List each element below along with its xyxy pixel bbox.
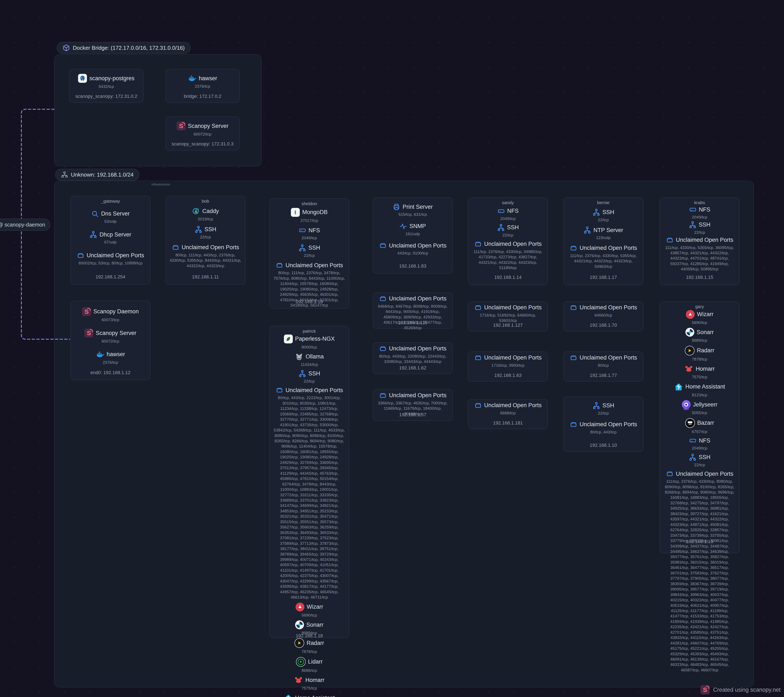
host-ip: 192.168.1.70: [564, 322, 643, 328]
service-unclaimed-open-ports: Unclaimed Open Ports 111/tcp, 2376/tcp, …: [471, 240, 545, 271]
service-radarr: Radarr 7878/tcp: [685, 346, 715, 362]
service-unclaimed-open-ports: Unclaimed Open Ports 64660/tcp: [570, 304, 637, 318]
ethernet-icon: [474, 401, 482, 409]
host-card-sheldon[interactable]: sheldon MongoDB 27017/tcp NFS 2049/tcp S…: [269, 198, 349, 309]
service-list: Unclaimed Open Ports 1716/tcp, 51692/tcp…: [468, 302, 547, 323]
service-list: Unclaimed Open Ports 80/tcp, 443/tcp, 22…: [373, 343, 452, 364]
host-card-krabs[interactable]: krabs NFS 2049/tcp SSH 22/tcp Unclaimed …: [660, 197, 740, 285]
service-name: Unclaimed Open Ports: [484, 241, 542, 247]
service-nfs: NFS 2049/tcp: [497, 207, 519, 221]
network-pill-docker-bridge[interactable]: Docker Bridge: (172.17.0.0/16, 172.31.0.…: [57, 42, 191, 54]
service-name: Bazarr: [697, 420, 714, 426]
service-ports: 2049/tcp: [692, 215, 707, 220]
host-card-192-168-1-115[interactable]: Unclaimed Open Ports 6466/tcp, 6467/tcp,…: [373, 292, 453, 329]
service-ports: 60072/tcp: [102, 339, 119, 344]
host-ip: 192.168.1.127: [468, 322, 547, 328]
bazarr-icon: [685, 418, 695, 428]
host-title: _gateway: [101, 199, 120, 203]
service-unclaimed-open-ports: Unclaimed Open Ports 1716/tcp, 51692/tcp…: [471, 304, 545, 323]
sitemap-icon: [89, 231, 97, 238]
host-ip: 192.168.1.17: [564, 274, 643, 280]
service-name: NFS: [309, 227, 320, 234]
ethernet-icon: [666, 236, 674, 244]
service-name: Scanopy Server: [188, 123, 229, 129]
cube-icon: [63, 44, 70, 51]
footer-credit[interactable]: S Created using scanopy.net: [700, 685, 781, 694]
sitemap-icon: [593, 402, 600, 410]
service-ports: 5055/tcp: [692, 410, 707, 415]
service-wizarr: Wizarr 5690/tcp: [686, 310, 713, 325]
host-card-192-168-1-63[interactable]: Unclaimed Open Ports 1716/tcp, 9993/tcp …: [468, 352, 548, 382]
service-unclaimed-open-ports: Unclaimed Open Ports 443/tcp, 9100/tcp: [379, 242, 446, 256]
host-ip: scanopy_scanopy: 172.31.0.2: [69, 94, 143, 99]
host-card-sandy[interactable]: sandy NFS 2049/tcp SSH 22/tcp Unclaimed …: [468, 197, 548, 285]
service-ports: 22/tcp: [304, 378, 315, 384]
service-ports: 60072/tcp: [194, 132, 211, 137]
host-title: bernie: [597, 200, 609, 205]
service-ollama: Ollama 11434/tcp: [295, 352, 324, 367]
service-mongodb: MongoDB 27017/tcp: [291, 208, 328, 223]
sitemap-icon: [298, 244, 306, 252]
ethernet-icon: [570, 244, 577, 252]
service-list: NFS 2049/tcp SSH 22/tcp Unclaimed Open P…: [468, 205, 547, 285]
host-card-192-168-1-57[interactable]: Unclaimed Open Ports 3366/tcp, 3367/tcp,…: [373, 389, 453, 421]
container-card-scanopy-server[interactable]: S Scanopy Server 60072/tcp scanopy_scano…: [165, 116, 240, 150]
service-name: Caddy: [202, 208, 219, 215]
host-card-192-168-1-62[interactable]: Unclaimed Open Ports 80/tcp, 443/tcp, 22…: [373, 342, 453, 374]
service-name: Unclaimed Open Ports: [182, 244, 239, 251]
service-ports: 67/udp: [104, 239, 117, 245]
service-ports: 111/tcp, 2376/tcp, 4330/tcp, 5355/tcp, 4…: [567, 253, 640, 269]
host-card-gateway[interactable]: _gateway Dns Server 53/udp Dhcp Server 6…: [71, 196, 150, 285]
service-ports: 8000/tcp: [301, 345, 317, 350]
service-ntp-server: NTP Server 123/udp: [583, 226, 623, 240]
service-name: SSH: [699, 221, 711, 228]
host-ip: bridge: 172.17.0.2: [166, 94, 239, 99]
service-ssh: SSH 22/tcp: [194, 226, 216, 239]
host-card-192-168-1-70[interactable]: Unclaimed Open Ports 64660/tcp 192.168.1…: [563, 301, 643, 331]
service-ports: 1716/tcp, 51692/tcp, 64660/tcp, 53601/tc…: [471, 312, 545, 323]
service-name: Unclaimed Open Ports: [389, 243, 446, 249]
ethernet-icon: [276, 261, 283, 269]
docker-icon: [96, 350, 104, 358]
host-card-bernie[interactable]: bernie SSH 22/tcp NTP Server 123/udp Unc…: [563, 197, 643, 285]
service-homarr: Homarr 7575/tcp: [294, 676, 324, 691]
host-card-bob[interactable]: bob Caddy 2019/tcp SSH 22/tcp Unclaimed …: [165, 196, 245, 285]
host-card-192-168-1-181[interactable]: Unclaimed Open Ports 6668/tcp 192.168.1.…: [468, 399, 548, 429]
service-unclaimed-open-ports: Unclaimed Open Ports 60002/tcp, 53/tcp, …: [77, 252, 144, 266]
host-card-192-168-1-10[interactable]: SSH 22/tcp Unclaimed Open Ports 80/tcp, …: [563, 396, 643, 452]
service-name: NFS: [699, 206, 710, 213]
service-ports: 22/tcp: [502, 233, 514, 238]
service-name: SSH: [603, 209, 614, 216]
host-card-192-168-1-127[interactable]: Unclaimed Open Ports 1716/tcp, 51692/tcp…: [468, 301, 548, 331]
service-ports: 64660/tcp: [595, 312, 612, 318]
network-map-canvas[interactable]: Docker @ scanopy-daemon Docker Bridge: (…: [0, 0, 784, 697]
homeassistant-icon: [674, 382, 683, 391]
container-card-scanopy-postgres[interactable]: scanopy-postgres 5432/tcp scanopy_scanop…: [69, 69, 143, 103]
host-ip: 192.168.1.13: [660, 539, 739, 544]
service-list: Dns Server 53/udp Dhcp Server 67/udp Unc…: [71, 203, 150, 284]
host-card-gary[interactable]: gary Wizarr 5690/tcp Sonarr 8989/tcp Rad…: [660, 301, 740, 553]
service-name: SSH: [204, 226, 216, 233]
host-ip: 192.168.1.16: [270, 299, 349, 304]
service-nfs: NFS 2049/tcp: [689, 206, 710, 220]
ethernet-icon: [276, 386, 283, 394]
container-card-hawser[interactable]: hawser 2376/tcp bridge: 172.17.0.2: [165, 69, 240, 103]
service-name: SSH: [308, 370, 320, 377]
service-list: Paperless-NGX 8000/tcp Ollama 11434/tcp …: [270, 333, 349, 697]
host-card-192-168-1-77[interactable]: Unclaimed Open Ports 80/tcp 192.168.1.77: [563, 352, 643, 382]
homeassistant-icon: [284, 694, 293, 697]
service-scanopy-daemon: S Scanopy Daemon 60073/tcp: [82, 307, 139, 322]
service-ports: 161/udp: [405, 231, 420, 236]
host-card-patrick[interactable]: patrick Paperless-NGX 8000/tcp Ollama 11…: [269, 326, 349, 638]
service-dns-server: Dns Server 53/udp: [91, 210, 130, 224]
ethernet-icon: [570, 421, 577, 428]
service-ports: 6668/tcp: [500, 410, 516, 416]
service-hawser: hawser 2376/tcp: [188, 74, 217, 89]
ethernet-icon: [570, 354, 577, 362]
network-pill-unknown[interactable]: Unknown: 192.168.1.0/24: [55, 169, 139, 181]
ethernet-icon: [474, 304, 482, 311]
host-card-print-server[interactable]: Print Server 515/tcp, 631/tcp SNMP 161/u…: [373, 197, 453, 274]
service-name: Unclaimed Open Ports: [676, 471, 733, 477]
host-card-scanopy-daemon[interactable]: S Scanopy Daemon 60073/tcp S Scanopy Ser…: [71, 301, 150, 380]
host-title: bob: [202, 199, 209, 203]
